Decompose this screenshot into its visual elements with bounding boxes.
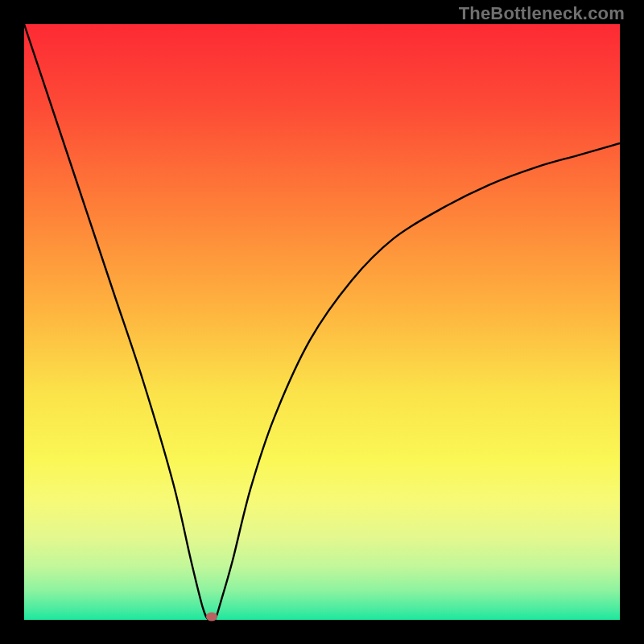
watermark-text: TheBottleneck.com [459, 3, 625, 24]
bottleneck-curve [24, 24, 620, 620]
chart-frame: TheBottleneck.com [0, 0, 644, 644]
optimal-point-marker [206, 613, 217, 621]
plot-area [24, 24, 620, 620]
